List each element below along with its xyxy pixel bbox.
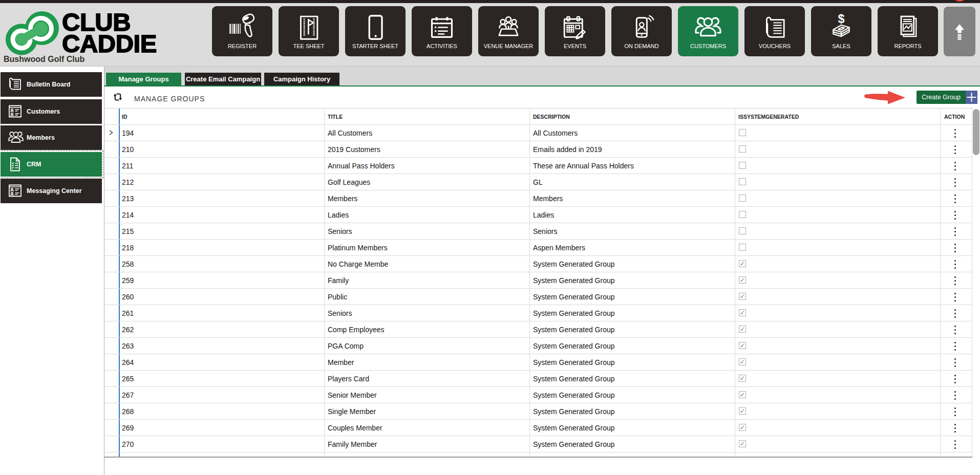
svg-text:$: $: [838, 12, 844, 26]
